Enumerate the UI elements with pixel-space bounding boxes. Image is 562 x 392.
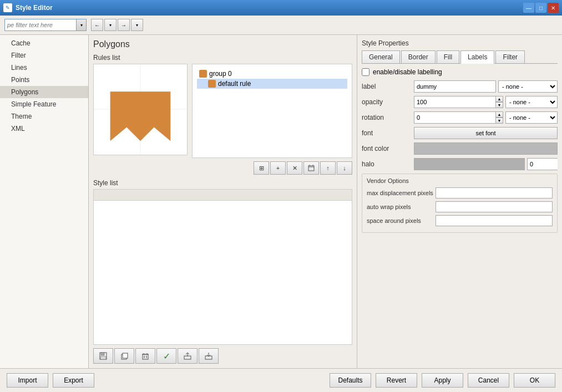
tab-labels[interactable]: Labels	[460, 50, 494, 64]
sidebar-item-filter[interactable]: Filter	[0, 49, 88, 62]
vendor-row-max-disp: max displacement pixels	[367, 187, 553, 198]
tab-general[interactable]: General	[362, 50, 400, 63]
rules-container: group 0 default rule	[93, 64, 352, 158]
vendor-options-group: Vendor Options max displacement pixels a…	[362, 174, 558, 233]
title-bar: ✎ Style Editor — □ ✕	[0, 0, 562, 16]
add-group-button[interactable]: ⊞	[254, 161, 269, 175]
vendor-auto-wrap-label: auto wrap pixels	[367, 203, 433, 210]
nav-back-menu-button[interactable]: ▾	[104, 19, 117, 31]
vendor-max-disp-input[interactable]	[436, 187, 553, 198]
ok-button[interactable]: OK	[514, 373, 555, 388]
font-field-label: font	[362, 129, 412, 137]
sidebar-item-cache[interactable]: Cache	[0, 37, 88, 49]
filter-dropdown-button[interactable]: ▾	[77, 19, 87, 31]
svg-marker-2	[110, 91, 171, 141]
style-save-button[interactable]	[93, 348, 113, 364]
rotation-spin-up[interactable]: ▲	[495, 111, 503, 118]
cancel-button[interactable]: Cancel	[468, 373, 509, 388]
svg-rect-4	[308, 166, 314, 171]
style-delete-button[interactable]	[135, 348, 155, 364]
rules-tree: group 0 default rule	[192, 64, 352, 158]
delete-all-button[interactable]	[303, 161, 319, 175]
enable-labelling-label: enable/disable labelling	[373, 68, 442, 76]
tree-rule-label: default rule	[218, 80, 251, 88]
rotation-spin-down[interactable]: ▼	[495, 118, 503, 124]
move-down-button[interactable]: ↓	[337, 161, 352, 175]
tree-group-item[interactable]: group 0	[197, 69, 347, 79]
vendor-space-around-label: space around pixels	[367, 217, 433, 224]
vendor-options-label: Vendor Options	[367, 177, 553, 184]
vendor-auto-wrap-input[interactable]	[436, 201, 553, 212]
font-color-swatch[interactable]	[414, 142, 558, 155]
style-apply-button[interactable]: ✓	[156, 348, 176, 364]
nav-buttons: ← ▾ → ▾	[91, 19, 143, 31]
close-button[interactable]: ✕	[548, 3, 559, 13]
apply-button[interactable]: Apply	[422, 373, 463, 388]
vendor-max-disp-label: max displacement pixels	[367, 190, 433, 196]
style-list-container	[93, 189, 352, 345]
halo-row: halo ▲ ▼	[362, 158, 558, 170]
label-select[interactable]: - none -	[498, 80, 558, 93]
vendor-space-around-input[interactable]	[436, 215, 553, 226]
rotation-select[interactable]: - none -	[505, 111, 558, 124]
delete-rule-button[interactable]: ✕	[287, 161, 302, 175]
opacity-spin-up[interactable]: ▲	[495, 96, 503, 102]
window-title: Style Editor	[16, 4, 520, 12]
halo-color-swatch[interactable]	[414, 158, 525, 170]
add-rule-button[interactable]: +	[270, 161, 286, 175]
tab-filter[interactable]: Filter	[495, 50, 525, 63]
label-input[interactable]	[414, 80, 496, 93]
sidebar-item-polygons[interactable]: Polygons	[0, 86, 88, 98]
rotation-input[interactable]	[414, 111, 495, 124]
opacity-input[interactable]	[414, 96, 495, 108]
revert-button[interactable]: Revert	[376, 373, 417, 388]
style-import-button[interactable]	[199, 348, 219, 364]
window-controls: — □ ✕	[523, 3, 559, 13]
nav-forward-button[interactable]: →	[118, 19, 130, 31]
polygon-preview	[93, 64, 188, 155]
defaults-button[interactable]: Defaults	[330, 373, 371, 388]
opacity-spin-down[interactable]: ▼	[495, 102, 503, 108]
font-row: font set font	[362, 127, 558, 139]
rotation-spinner: ▲ ▼	[414, 111, 503, 124]
vendor-row-auto-wrap: auto wrap pixels	[367, 201, 553, 212]
svg-rect-10	[100, 357, 106, 359]
style-list-section: Style list ✓	[93, 179, 352, 364]
sidebar-item-simple-feature[interactable]: Simple Feature	[0, 98, 88, 110]
opacity-select[interactable]: - none -	[505, 96, 558, 108]
opacity-spinner: ▲ ▼	[414, 96, 503, 108]
maximize-button[interactable]: □	[535, 3, 546, 13]
sidebar-item-xml[interactable]: XML	[0, 123, 88, 135]
style-export-button[interactable]	[178, 348, 198, 364]
bottom-bar: Import Export Defaults Revert Apply Canc…	[0, 368, 562, 392]
style-list-toolbar: ✓	[93, 348, 352, 364]
tab-fill[interactable]: Fill	[437, 50, 459, 63]
app-icon: ✎	[3, 3, 12, 12]
import-button[interactable]: Import	[7, 373, 48, 388]
halo-value-input[interactable]	[527, 158, 558, 170]
sidebar: Cache Filter Lines Points Polygons Simpl…	[0, 35, 89, 368]
enable-labelling-checkbox[interactable]	[362, 68, 369, 76]
halo-spinner: ▲ ▼	[527, 158, 558, 170]
style-list-header	[94, 190, 352, 201]
sidebar-item-points[interactable]: Points	[0, 74, 88, 86]
style-copy-button[interactable]	[114, 348, 134, 364]
export-button[interactable]: Export	[53, 373, 94, 388]
tree-rule-item[interactable]: default rule	[197, 79, 347, 89]
tab-border[interactable]: Border	[401, 50, 436, 63]
rule-icon	[208, 80, 216, 88]
move-up-button[interactable]: ↑	[320, 161, 336, 175]
svg-rect-12	[123, 353, 128, 358]
sidebar-item-lines[interactable]: Lines	[0, 62, 88, 74]
set-font-button[interactable]: set font	[414, 127, 558, 139]
font-color-field-label: font color	[362, 145, 412, 152]
minimize-button[interactable]: —	[523, 3, 534, 13]
nav-forward-menu-button[interactable]: ▾	[131, 19, 143, 31]
nav-back-button[interactable]: ←	[91, 19, 103, 31]
font-color-row: font color	[362, 142, 558, 155]
halo-field-label: halo	[362, 160, 412, 168]
filter-input[interactable]	[4, 19, 77, 31]
vendor-row-space-around: space around pixels	[367, 215, 553, 226]
main-panel: Polygons Rules list	[89, 35, 357, 368]
sidebar-item-theme[interactable]: Theme	[0, 110, 88, 123]
